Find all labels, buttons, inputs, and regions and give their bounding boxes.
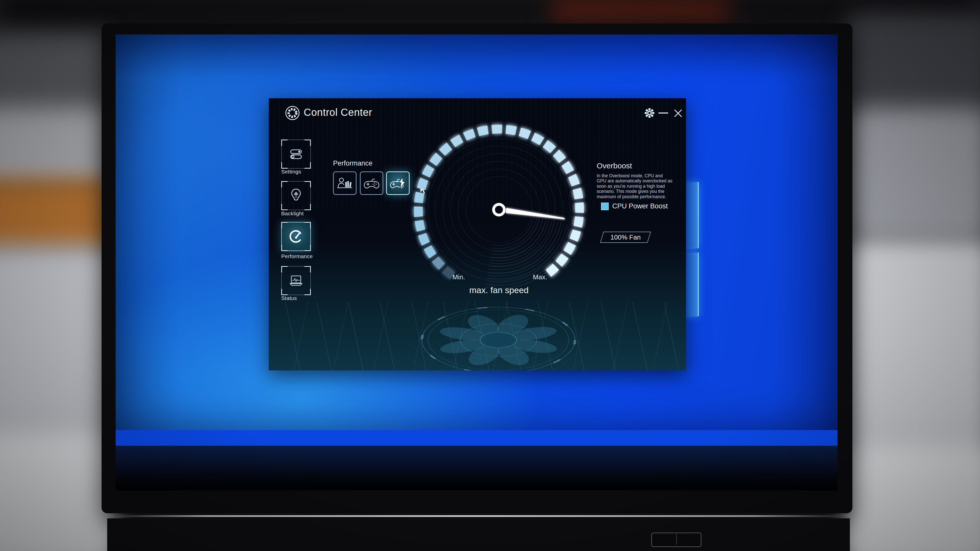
gauge-caption: max. fan speed [458,285,540,295]
backdrop-right-shelf [845,13,980,122]
laptop-deck [107,518,850,551]
backdrop-wood-desk [0,179,112,255]
toggles-icon [289,148,303,160]
settings-gear-icon[interactable] [644,107,655,119]
cpu-power-boost-checkbox[interactable] [601,203,609,210]
fan-speed-gauge [410,121,588,299]
gauge-max-label: Max. [533,273,547,281]
sidebar-item-performance[interactable] [281,222,311,251]
control-center-window: Control Center Settings [269,98,686,370]
sidebar-label: Settings [281,168,301,175]
gamepad-icon [363,176,380,190]
mode-game-button[interactable] [360,171,383,195]
cpu-power-boost-label: CPU Power Boost [612,202,668,210]
overboost-heading: Overboost [597,162,632,170]
hinge-highlight [118,515,840,517]
section-heading: Performance [333,159,372,167]
sidebar-item-backlight[interactable] [281,181,311,210]
overboost-description: In the Overboost mode, CPU and GPU are a… [597,173,673,199]
laptop-pulse-icon [289,275,303,286]
sidebar-label: Performance [281,253,313,259]
screen-chin-glow [116,446,838,490]
photo-of-laptop: Control Center Settings [0,0,980,551]
fan-100-button[interactable]: 100% Fan [600,232,651,243]
sidebar-label: Backlight [281,210,304,217]
gauge-segments [418,129,579,276]
windows-taskbar: ENG 11:19 PM 7/08/2020 1 [116,430,838,446]
gamepad-lightning-icon [390,176,406,190]
sidebar-item-settings[interactable] [281,140,311,168]
mode-office-button[interactable] [333,171,356,195]
speedometer-icon [288,229,304,244]
backdrop-left-desk-bright [0,433,110,551]
gauge-min-label: Min. [452,273,465,281]
power-button-strip[interactable] [651,533,701,547]
person-books-icon [337,177,353,189]
backdrop-right-wall [847,107,980,240]
backdrop-red-box [549,0,732,25]
lightbulb-icon [290,189,302,203]
fan-100-button-label: 100% Fan [611,233,641,241]
cpu-power-boost-row: CPU Power Boost [601,202,668,210]
gauge-arc-cluster [485,217,576,288]
control-center-logo-icon [285,105,300,121]
sidebar-label: Status [281,295,297,301]
backdrop-right-desk-bright [853,446,980,551]
mode-overboost-button[interactable] [386,171,410,195]
fan-wireframe-decoration [407,303,590,370]
close-button[interactable] [673,108,683,118]
minimize-button[interactable] [659,113,668,114]
sidebar-item-status[interactable] [281,266,311,295]
window-title: Control Center [304,106,372,118]
